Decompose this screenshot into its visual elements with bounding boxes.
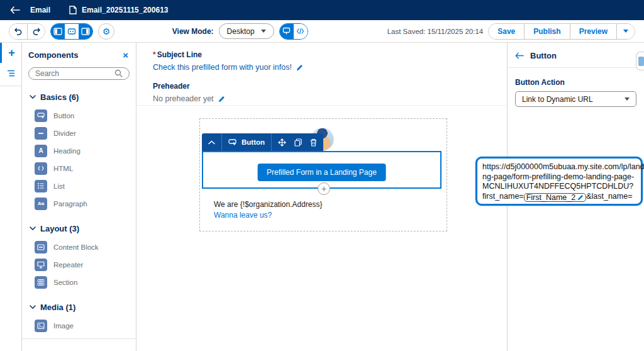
collapse-toolbar-button[interactable]	[202, 133, 221, 151]
back-arrow-icon[interactable]	[10, 6, 20, 14]
repeater-icon	[35, 259, 47, 271]
email-cta-button[interactable]: Prefilled Form in a Landing Page	[257, 164, 386, 181]
close-icon[interactable]: ×	[123, 52, 128, 58]
component-item-content-block[interactable]: Content Block	[28, 238, 130, 256]
components-search[interactable]	[28, 67, 130, 80]
save-button[interactable]: Save	[489, 24, 524, 39]
component-toolbar-label: Button	[242, 138, 265, 146]
component-item-html[interactable]: HTML	[28, 160, 130, 177]
edit-pencil-icon[interactable]	[296, 64, 303, 71]
caret-down-icon	[625, 98, 630, 101]
button-icon	[35, 109, 47, 122]
subject-line-value[interactable]: Check this prefilled form with yuor info…	[153, 63, 292, 72]
section-layout[interactable]: Layout (3)	[30, 224, 130, 233]
last-saved-text: Last Saved: 15/11/2025 20:14	[387, 28, 484, 35]
redo-icon	[32, 27, 41, 36]
left-panel-toggle-button[interactable]	[51, 24, 65, 39]
component-item-image[interactable]: Image	[28, 317, 130, 335]
search-input[interactable]	[35, 69, 111, 78]
undo-icon	[14, 27, 23, 36]
url-line: first_name=First_Name_2&last_name=	[482, 192, 636, 203]
left-icon-rail: +	[0, 43, 22, 351]
subject-line-label: Subject Line	[157, 50, 202, 59]
code-view-button[interactable]	[294, 24, 308, 39]
rail-structure-button[interactable]	[0, 63, 21, 83]
unsubscribe-link[interactable]: Wanna leave us?	[214, 210, 323, 221]
edit-pencil-icon[interactable]	[218, 96, 225, 103]
section-media[interactable]: Media (1)	[30, 303, 130, 312]
app-name: Email	[30, 6, 50, 14]
add-component-button[interactable]: +	[318, 182, 330, 195]
button-icon	[228, 138, 237, 146]
button-action-label: Button Action	[515, 78, 636, 87]
canvas-preview-icon	[67, 28, 76, 35]
button-action-value: Link to Dynamic URL	[522, 95, 593, 104]
copy-icon[interactable]	[294, 138, 302, 147]
url-line: https://d5j000000m5ubuaa.my.site.com/lp/…	[482, 162, 636, 172]
document-title: Email_20251115_200613	[82, 6, 168, 14]
trash-icon[interactable]	[310, 138, 317, 147]
chevron-down-icon	[30, 226, 36, 230]
caret-down-icon	[261, 30, 266, 33]
edit-pencil-icon[interactable]	[577, 194, 584, 201]
document-icon	[69, 6, 77, 14]
redo-button[interactable]	[27, 24, 45, 39]
components-panel-title: Components	[28, 50, 78, 60]
merge-field-pill[interactable]: First_Name_2	[524, 193, 587, 202]
button-action-select[interactable]: Link to Dynamic URL	[515, 91, 636, 107]
design-mode-button[interactable]	[280, 24, 294, 39]
component-item-heading[interactable]: A Heading	[28, 142, 130, 160]
gear-icon: ⚙	[103, 26, 111, 36]
panel-handle-icon	[638, 57, 644, 66]
settings-button[interactable]: ⚙	[98, 23, 114, 40]
component-item-paragraph[interactable]: Aa Paragraph	[28, 195, 130, 213]
more-actions-button[interactable]	[616, 24, 635, 39]
preheader-label: Preheader	[153, 82, 507, 91]
preview-button[interactable]: Preview	[570, 24, 616, 39]
component-actions	[271, 133, 323, 151]
component-item-button[interactable]: Button	[28, 107, 130, 125]
move-icon[interactable]	[278, 138, 286, 147]
publish-button[interactable]: Publish	[524, 24, 569, 39]
right-panel-toggle-button[interactable]	[79, 24, 92, 39]
components-panel-footer	[22, 338, 136, 351]
back-arrow-icon[interactable]	[515, 52, 524, 59]
component-item-list[interactable]: List	[28, 177, 130, 195]
url-line: ng-page/form-prefilling-demo-landing-pag…	[482, 172, 636, 182]
component-item-repeater[interactable]: Repeater	[28, 256, 130, 274]
preheader-value[interactable]: No preheader yet	[153, 94, 214, 103]
outline-list-icon	[7, 70, 15, 77]
content-block-icon	[35, 241, 47, 254]
view-mode-label: View Mode:	[172, 27, 214, 36]
right-panel-icon	[81, 28, 90, 35]
divider-icon	[35, 127, 47, 140]
action-button-group: Save Publish Preview	[488, 23, 635, 40]
component-type-tab[interactable]: Button	[221, 133, 271, 151]
image-icon	[35, 320, 47, 332]
view-mode-value: Desktop	[227, 27, 255, 36]
dynamic-url-input[interactable]: https://d5j000000m5ubuaa.my.site.com/lp/…	[475, 157, 643, 206]
panel-collapse-handle[interactable]	[636, 52, 644, 70]
panel-visibility-toggle	[50, 23, 93, 40]
undo-button[interactable]	[9, 24, 27, 39]
view-mode-select[interactable]: Desktop	[219, 23, 274, 39]
design-mode-icon	[282, 27, 291, 35]
chevron-down-icon	[30, 95, 36, 99]
email-canvas-area: *Subject Line Check this prefilled form …	[136, 43, 507, 351]
list-icon	[35, 180, 47, 192]
email-body-container[interactable]: Button Prefilled Form in a Landing Page …	[199, 118, 447, 231]
document-tab[interactable]: Email_20251115_200613	[69, 6, 168, 14]
content-area: + Components × Basics (6) Button	[0, 43, 644, 351]
paragraph-icon: Aa	[35, 198, 47, 210]
section-basics[interactable]: Basics (6)	[30, 92, 130, 102]
email-body-text: We are {!$organization.Address}	[214, 199, 323, 210]
required-asterisk: *	[153, 50, 156, 59]
component-item-section[interactable]: Section	[28, 274, 130, 291]
component-item-divider[interactable]: Divider	[28, 125, 130, 142]
search-icon	[114, 69, 123, 77]
properties-panel-title: Button	[530, 51, 557, 60]
heading-icon: A	[35, 145, 47, 157]
canvas-preview-toggle-button[interactable]	[65, 24, 79, 39]
rail-components-button[interactable]: +	[0, 43, 21, 63]
component-toolbar: Button	[202, 133, 323, 151]
